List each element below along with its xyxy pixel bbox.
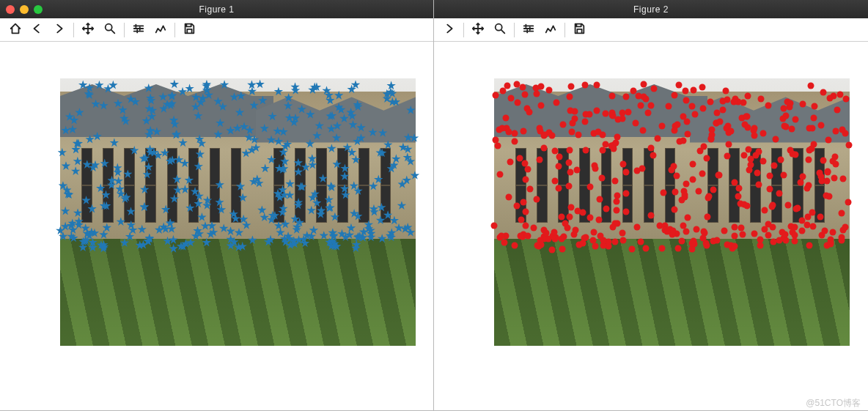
figure-window: Figure 2	[434, 0, 868, 410]
close-icon[interactable]	[6, 5, 15, 14]
toolbar	[434, 18, 868, 42]
sliders-icon	[132, 22, 145, 37]
save-button[interactable]	[178, 20, 200, 40]
chevron-left-icon	[31, 22, 44, 37]
config-button[interactable]	[518, 20, 540, 40]
window-title: Figure 1	[0, 4, 433, 15]
home-icon	[9, 22, 22, 37]
edit-button[interactable]	[150, 20, 172, 40]
toolbar	[0, 18, 433, 42]
forward-button[interactable]	[438, 20, 460, 40]
canvas-area[interactable]	[434, 42, 868, 410]
image-content	[494, 78, 850, 346]
forward-button[interactable]	[48, 20, 70, 40]
titlebar: Figure 2	[434, 0, 868, 18]
config-button[interactable]	[128, 20, 150, 40]
save-icon	[183, 22, 196, 37]
back-button[interactable]	[26, 20, 48, 40]
separator	[463, 23, 464, 37]
zoom-button[interactable]	[99, 20, 121, 40]
zoom-button[interactable]	[489, 20, 511, 40]
edit-button[interactable]	[540, 20, 562, 40]
window-title: Figure 2	[434, 4, 868, 15]
figure-image	[494, 78, 850, 346]
move-icon	[471, 22, 485, 37]
figure-image	[60, 78, 416, 346]
save-button[interactable]	[568, 20, 590, 40]
separator	[124, 23, 125, 37]
traffic-lights	[6, 5, 43, 14]
pan-button[interactable]	[467, 20, 489, 40]
separator	[564, 23, 565, 37]
home-button[interactable]	[4, 20, 26, 40]
save-icon	[573, 22, 586, 37]
pan-button[interactable]	[77, 20, 99, 40]
separator	[514, 23, 515, 37]
minimize-icon[interactable]	[20, 5, 29, 14]
chart-icon	[154, 22, 167, 37]
sliders-icon	[522, 22, 535, 37]
chevron-right-icon	[443, 22, 456, 37]
figure-window: Figure 1	[0, 0, 434, 410]
separator	[73, 23, 74, 37]
move-icon	[81, 22, 95, 37]
image-content	[60, 78, 416, 346]
titlebar: Figure 1	[0, 0, 433, 18]
search-icon	[103, 22, 117, 37]
maximize-icon[interactable]	[34, 5, 43, 14]
chart-icon	[544, 22, 557, 37]
canvas-area[interactable]	[0, 42, 433, 410]
chevron-right-icon	[53, 22, 66, 37]
search-icon	[493, 22, 507, 37]
separator	[174, 23, 175, 37]
